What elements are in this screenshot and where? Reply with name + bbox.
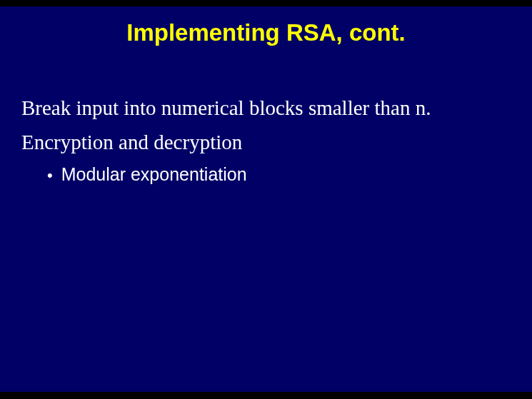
body-line-1: Break input into numerical blocks smalle… bbox=[21, 95, 511, 121]
slide-container: Implementing RSA, cont. Break input into… bbox=[0, 6, 532, 392]
bullet-marker: • bbox=[47, 166, 53, 185]
slide-title: Implementing RSA, cont. bbox=[21, 19, 511, 46]
body-line-2: Encryption and decryption bbox=[21, 129, 511, 155]
bullet-text-1: Modular exponentiation bbox=[61, 164, 247, 185]
bullet-item: • Modular exponentiation bbox=[47, 164, 511, 185]
